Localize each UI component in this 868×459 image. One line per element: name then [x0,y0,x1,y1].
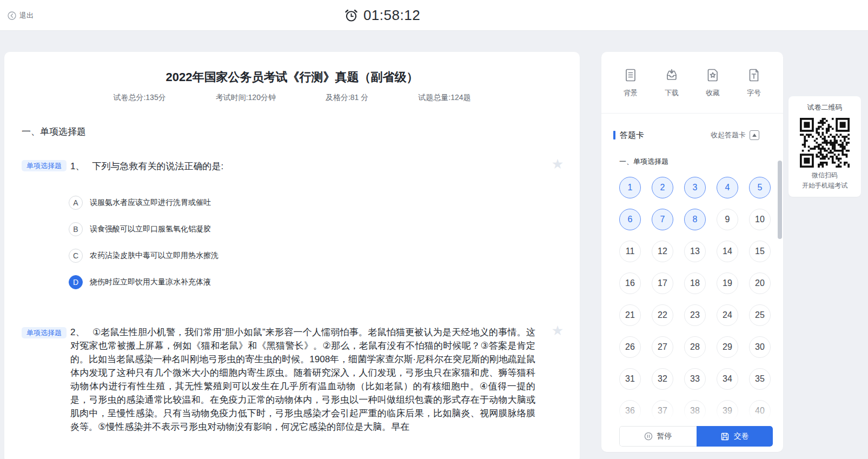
answer-card-number-30[interactable]: 30 [749,336,771,358]
option-text: 农药沾染皮肤中毒可以立即用热水擦洗 [90,251,218,261]
option-text: 烧伤时应立即饮用大量凉水补充体液 [90,277,211,287]
question-1-favorite-star-icon[interactable]: ★ [549,157,566,171]
answer-card-number-21[interactable]: 21 [619,304,641,326]
question-2-text: 2、①老鼠生性胆小机警，我们常用“胆小如鼠”来形容一个人懦弱怕事。老鼠怕猫更被认… [70,325,535,434]
option-letter: C [69,249,83,263]
collapse-up-icon [750,130,759,140]
answer-card-number-20[interactable]: 20 [749,272,771,294]
pause-button[interactable]: 暂停 [619,426,697,447]
option-C[interactable]: C农药沾染皮肤中毒可以立即用热水擦洗 [69,249,218,263]
answer-card-number-26[interactable]: 26 [619,336,641,358]
question-1-options: A误服氨水者应该立即进行洗胃或催吐B误食强酸可以立即口服氢氧化铝凝胶C农药沾染皮… [69,196,218,302]
answer-card-number-36[interactable]: 36 [619,400,641,422]
favorite-icon [705,67,721,83]
stat-question-count: 试题总量:124题 [418,93,471,103]
answer-card-number-33[interactable]: 33 [684,368,706,390]
option-letter: D [69,275,83,289]
answer-card-number-17[interactable]: 17 [652,272,673,294]
answer-card-number-38[interactable]: 38 [684,400,706,422]
answer-card-number-12[interactable]: 12 [652,241,673,262]
stat-duration: 考试时间:120分钟 [216,93,276,103]
option-text: 误食强酸可以立即口服氢氧化铝凝胶 [90,224,211,234]
answer-card-number-28[interactable]: 28 [684,336,706,358]
timer-value: 01:58:12 [363,7,420,24]
answer-card-number-5[interactable]: 5 [749,177,771,198]
answer-card-number-19[interactable]: 19 [717,272,738,294]
pause-label: 暂停 [657,431,672,441]
paper-title: 2022年国家公务员考试《行测》真题（副省级） [4,69,580,85]
question-2-favorite-star-icon[interactable]: ★ [549,323,566,337]
option-text: 误服氨水者应该立即进行洗胃或催吐 [90,198,211,208]
top-bar: 退出 01:58:12 [0,0,868,31]
option-A[interactable]: A误服氨水者应该立即进行洗胃或催吐 [69,196,218,210]
toolbar-label-favorite: 收藏 [706,88,720,98]
answer-card-number-1[interactable]: 1 [619,177,641,198]
save-icon [720,432,730,441]
panel-footer: 暂停 交卷 [619,426,773,447]
answer-card-number-29[interactable]: 29 [717,336,738,358]
answer-card-number-39[interactable]: 39 [717,400,738,422]
answer-card-number-3[interactable]: 3 [684,177,706,198]
qr-hint: 微信扫码 开始手机端考试 [789,170,861,191]
paper-qr-code [800,118,850,168]
answer-card-number-9[interactable]: 9 [717,209,738,230]
answer-card-number-6[interactable]: 6 [619,209,641,230]
toolbar-item-download[interactable]: 下载 [659,67,685,98]
answer-card-number-11[interactable]: 11 [619,241,641,262]
collapse-answer-card-button[interactable]: 收起答题卡 [711,130,759,140]
answer-card-number-34[interactable]: 34 [717,368,738,390]
alarm-clock-icon [344,8,359,23]
collapse-label: 收起答题卡 [711,130,746,140]
option-D[interactable]: D烧伤时应立即饮用大量凉水补充体液 [69,275,218,289]
background-icon [622,67,639,83]
answer-card-number-23[interactable]: 23 [684,304,706,326]
question-2-number: 2、 [70,327,85,337]
pause-icon [644,432,653,441]
paper-stats: 试卷总分:135分 考试时间:120分钟 及格分:81 分 试题总量:124题 [4,93,580,103]
answer-card-number-35[interactable]: 35 [749,368,771,390]
answer-card-number-4[interactable]: 4 [717,177,738,198]
answer-card-number-13[interactable]: 13 [684,241,706,262]
answer-card-number-37[interactable]: 37 [652,400,673,422]
question-1-number: 1、 [70,161,84,171]
answer-card-number-27[interactable]: 27 [652,336,673,358]
toolbar-label-background: 背景 [624,88,638,98]
answer-card-number-25[interactable]: 25 [749,304,771,326]
answer-card-number-40[interactable]: 40 [749,400,771,422]
answer-card-scrollbar[interactable] [778,161,782,239]
option-letter: B [69,222,83,236]
answer-card-number-24[interactable]: 24 [717,304,738,326]
toolbar-item-background[interactable]: 背景 [618,67,644,98]
answer-card-number-31[interactable]: 31 [619,368,641,390]
exam-page: 退出 01:58:12 2022年国家公务员考试《行测》真题（副省级） 试卷总分… [0,0,868,459]
answer-card-number-16[interactable]: 16 [619,272,641,294]
answer-card-number-14[interactable]: 14 [717,241,738,262]
section-heading: 一、单项选择题 [22,125,86,138]
download-icon [664,67,680,83]
answer-card-number-2[interactable]: 2 [652,177,673,198]
qr-hint-line1: 微信扫码 [789,170,861,181]
submit-label: 交卷 [734,431,749,441]
stat-total-score: 试卷总分:135分 [113,93,165,103]
answer-card-number-7[interactable]: 7 [652,209,673,230]
toolbar-label-font-size: 字号 [747,88,761,98]
answer-card-number-18[interactable]: 18 [684,272,706,294]
answer-card-number-22[interactable]: 22 [652,304,673,326]
option-letter: A [69,196,83,210]
toolbar-item-favorite[interactable]: 收藏 [700,67,726,98]
question-2-stem: ①老鼠生性胆小机警，我们常用“胆小如鼠”来形容一个人懦弱怕事。老鼠怕猫更被认为是… [70,327,535,432]
stat-pass-score: 及格分:81 分 [326,93,368,103]
answer-card-number-15[interactable]: 15 [749,241,771,262]
answer-card-title: 答题卡 [613,130,644,141]
option-B[interactable]: B误食强酸可以立即口服氢氧化铝凝胶 [69,222,218,236]
answer-card-number-32[interactable]: 32 [652,368,673,390]
blue-accent-bar [613,131,615,139]
exam-timer: 01:58:12 [0,0,764,31]
toolbar-item-font-size[interactable]: 字号 [741,67,767,98]
submit-button[interactable]: 交卷 [697,426,773,447]
toolbar-label-download: 下载 [665,88,679,98]
answer-card-number-10[interactable]: 10 [749,209,771,230]
qr-title: 试卷二维码 [789,103,861,112]
answer-card-number-8[interactable]: 8 [684,209,706,230]
question-1-type-tag: 单项选择题 [22,160,67,171]
